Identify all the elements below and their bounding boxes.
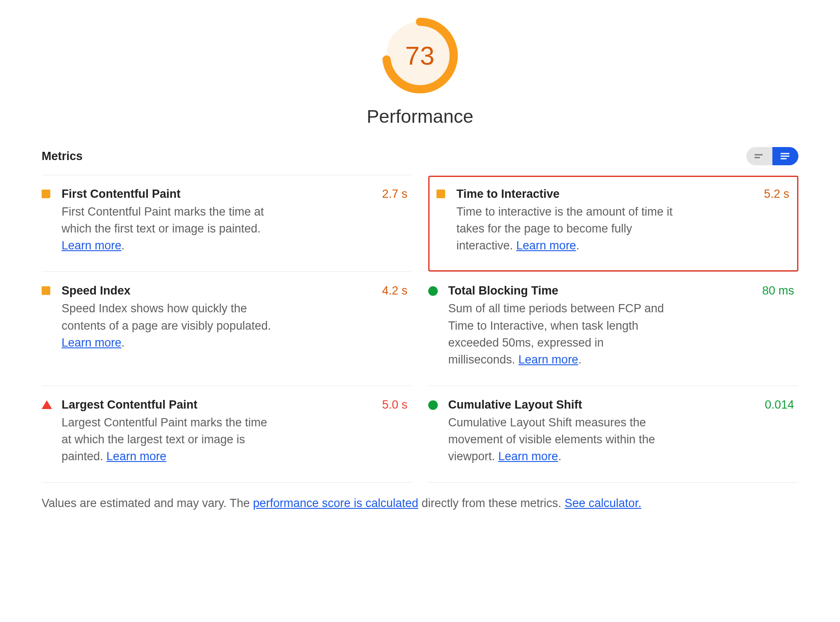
metric-description: Sum of all time periods between FCP and … (448, 300, 667, 368)
metric-value: 2.7 s (382, 187, 407, 254)
list-short-icon (755, 153, 764, 160)
svg-rect-3 (755, 157, 760, 158)
learn-more-link[interactable]: Learn more (498, 450, 558, 463)
circle-icon (428, 400, 438, 410)
square-icon (42, 190, 50, 198)
footer-note: Values are estimated and may vary. The p… (42, 483, 798, 510)
metric-tbt: Total Blocking Time Sum of all time peri… (428, 272, 798, 386)
metric-value: 0.014 (765, 398, 794, 465)
svg-rect-5 (781, 156, 789, 157)
svg-rect-4 (781, 153, 789, 154)
learn-more-link[interactable]: Learn more (518, 353, 578, 366)
score-gauge-block: 73 Performance (42, 17, 798, 127)
svg-rect-6 (781, 158, 787, 160)
metric-value: 5.2 s (764, 187, 789, 255)
metrics-section-title: Metrics (42, 150, 83, 163)
collapse-view-button[interactable] (746, 147, 772, 165)
square-icon (436, 190, 445, 198)
metric-title: Speed Index (62, 284, 280, 298)
metric-description: First Contentful Paint marks the time at… (62, 203, 280, 254)
metric-description: Speed Index shows how quickly the conten… (62, 300, 280, 351)
learn-more-link[interactable]: Learn more (107, 450, 166, 463)
metric-description: Largest Contentful Paint marks the time … (62, 414, 280, 465)
learn-more-link[interactable]: Learn more (62, 239, 121, 252)
learn-more-link[interactable]: Learn more (516, 239, 576, 252)
metric-value: 5.0 s (382, 398, 407, 465)
metric-title: Largest Contentful Paint (62, 398, 280, 412)
score-label: Performance (367, 106, 473, 127)
metric-title: Total Blocking Time (448, 284, 667, 298)
square-icon (42, 286, 50, 295)
metric-si: Speed Index Speed Index shows how quickl… (42, 272, 412, 386)
circle-icon (428, 286, 438, 296)
metric-tti-highlighted: Time to Interactive Time to interactive … (428, 175, 798, 272)
metric-cls: Cumulative Layout Shift Cumulative Layou… (428, 386, 798, 482)
calculator-link[interactable]: See calculator. (565, 497, 641, 510)
list-long-icon (781, 153, 790, 160)
metric-title: First Contentful Paint (62, 187, 280, 201)
metric-fcp: First Contentful Paint First Contentful … (42, 175, 412, 272)
metric-lcp: Largest Contentful Paint Largest Content… (42, 386, 412, 482)
expand-view-button[interactable] (772, 147, 798, 165)
svg-rect-2 (755, 154, 762, 155)
triangle-icon (42, 400, 52, 409)
metric-description: Cumulative Layout Shift measures the mov… (448, 414, 667, 465)
metric-title: Cumulative Layout Shift (448, 398, 667, 412)
metric-title: Time to Interactive (456, 187, 675, 201)
learn-more-link[interactable]: Learn more (62, 336, 121, 349)
calc-link[interactable]: performance score is calculated (253, 497, 418, 510)
score-value: 73 (382, 17, 458, 94)
metric-value: 80 ms (762, 284, 794, 368)
metric-value: 4.2 s (382, 284, 407, 368)
view-toggle[interactable] (746, 147, 798, 165)
metric-description: Time to interactive is the amount of tim… (456, 203, 675, 254)
score-gauge: 73 (382, 17, 458, 94)
